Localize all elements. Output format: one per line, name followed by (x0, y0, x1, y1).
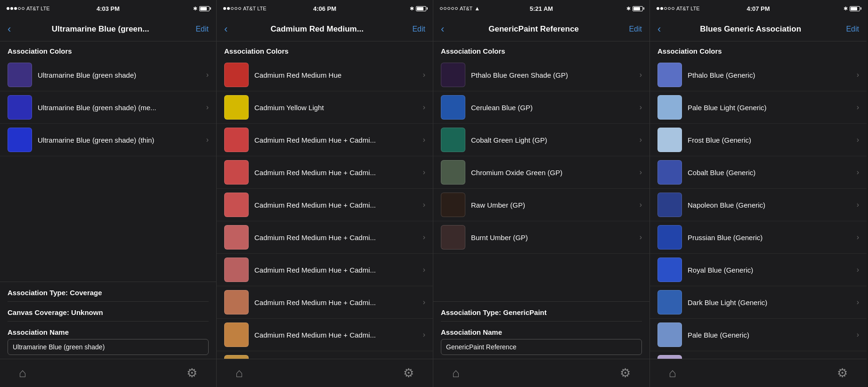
settings-icon-4[interactable]: ⚙ (837, 366, 848, 380)
color-name-4-5: Prussian Blue (Generic) (688, 234, 854, 242)
color-item-2-6[interactable]: Cadmium Red Medium Hue + Cadmi... › (217, 254, 433, 286)
assoc-name-input-1[interactable] (8, 339, 209, 355)
assoc-name-input-3[interactable] (441, 339, 642, 355)
s4-dot5 (672, 7, 674, 10)
color-item-4-0[interactable]: Pthalo Blue (Generic) › (650, 59, 867, 91)
chevron-2-6: › (423, 266, 425, 274)
color-swatch-3-4 (441, 193, 465, 217)
color-swatch-4-1 (657, 95, 682, 120)
color-item-2-5[interactable]: Cadmium Red Medium Hue + Cadmi... › (217, 221, 433, 254)
nav-bar-4: ‹ Blues Generic Association Edit (650, 17, 867, 41)
color-item-4-2[interactable]: Frost Blue (Generic) › (650, 124, 867, 156)
chevron-3-1: › (640, 103, 642, 112)
assoc-type-3: Association Type: GenericPaint (441, 304, 642, 319)
back-button-3[interactable]: ‹ (441, 23, 444, 35)
color-item-3-1[interactable]: Cerulean Blue (GP) › (433, 91, 649, 124)
color-item-2-0[interactable]: Cadmium Red Medium Hue › (217, 59, 433, 91)
settings-icon-1[interactable]: ⚙ (187, 366, 197, 380)
edit-button-2[interactable]: Edit (406, 25, 425, 33)
settings-icon-3[interactable]: ⚙ (620, 366, 631, 380)
color-swatch-4-5 (657, 225, 682, 250)
status-bar-3: AT&T ▲ 5:21 AM ✱ (433, 0, 649, 17)
color-swatch-2-6 (224, 258, 249, 282)
chevron-4-7: › (857, 298, 859, 306)
edit-button-1[interactable]: Edit (190, 25, 209, 33)
color-item-1-0[interactable]: Ultramarine Blue (green shade) › (0, 59, 216, 91)
home-icon-1[interactable]: ⌂ (19, 366, 26, 380)
settings-icon-2[interactable]: ⚙ (403, 366, 414, 380)
status-left-1: AT&T LTE (7, 6, 50, 11)
bluetooth-icon-4: ✱ (844, 6, 848, 12)
home-icon-4[interactable]: ⌂ (669, 366, 676, 380)
home-icon-2[interactable]: ⌂ (235, 366, 243, 380)
color-item-4-6[interactable]: Royal Blue (Generic) › (650, 254, 867, 286)
color-item-4-7[interactable]: Dark Blue Light (Generic) › (650, 286, 867, 319)
status-left-3: AT&T ▲ (440, 5, 480, 12)
dot5 (22, 7, 24, 10)
color-item-4-1[interactable]: Pale Blue Light (Generic) › (650, 91, 867, 124)
carrier-3: AT&T (460, 6, 472, 11)
chevron-4-8: › (857, 331, 859, 339)
color-name-2-4: Cadmium Red Medium Hue + Cadmi... (254, 201, 420, 209)
color-item-4-9[interactable]: Mauve Shadow (Generic) › (650, 351, 867, 359)
phone-screen-2: AT&T LTE 4:06 PM ✱ ‹ Cadmium Red Medium.… (217, 0, 433, 387)
s2-dot4 (235, 7, 237, 10)
color-swatch-2-8 (224, 322, 249, 347)
back-button-4[interactable]: ‹ (657, 23, 661, 35)
tab-bar-1: ⌂ ⚙ (0, 359, 216, 387)
color-item-4-8[interactable]: Pale Blue (Generic) › (650, 319, 867, 351)
color-item-2-3[interactable]: Cadmium Red Medium Hue + Cadmi... › (217, 156, 433, 189)
edit-button-3[interactable]: Edit (623, 25, 642, 33)
color-name-2-0: Cadmium Red Medium Hue (254, 71, 420, 79)
color-list-4: Pthalo Blue (Generic) › Pale Blue Light … (650, 59, 867, 359)
s3-dot4 (451, 7, 454, 10)
status-right-2: ✱ (410, 6, 426, 12)
color-swatch-3-5 (441, 225, 465, 250)
back-button-1[interactable]: ‹ (8, 23, 11, 35)
color-name-3-5: Burnt Umber (GP) (471, 234, 637, 242)
color-item-2-2[interactable]: Cadmium Red Medium Hue + Cadmi... › (217, 124, 433, 156)
color-item-2-8[interactable]: Cadmium Red Medium Hue + Cadmi... › (217, 319, 433, 351)
dot3 (14, 7, 17, 10)
home-icon-3[interactable]: ⌂ (452, 366, 460, 380)
color-item-3-5[interactable]: Burnt Umber (GP) › (433, 221, 649, 254)
signal-dots-2 (223, 7, 241, 10)
s4-dot2 (660, 7, 663, 10)
signal-dots-4 (657, 7, 674, 10)
color-item-3-0[interactable]: Pthalo Blue Green Shade (GP) › (433, 59, 649, 91)
color-item-3-3[interactable]: Chromium Oxide Green (GP) › (433, 156, 649, 189)
color-swatch-2-0 (224, 63, 249, 87)
color-name-1-1: Ultramarine Blue (green shade) (me... (38, 104, 203, 112)
color-item-4-3[interactable]: Cobalt Blue (Generic) › (650, 156, 867, 189)
color-swatch-4-4 (657, 193, 682, 217)
color-name-3-3: Chromium Oxide Green (GP) (471, 169, 637, 177)
status-right-4: ✱ (844, 6, 860, 12)
color-swatch-2-7 (224, 290, 249, 314)
color-item-1-1[interactable]: Ultramarine Blue (green shade) (me... › (0, 91, 216, 124)
color-item-4-5[interactable]: Prussian Blue (Generic) › (650, 221, 867, 254)
color-item-3-4[interactable]: Raw Umber (GP) › (433, 189, 649, 221)
color-item-4-4[interactable]: Napoleon Blue (Generic) › (650, 189, 867, 221)
back-button-2[interactable]: ‹ (224, 23, 227, 35)
color-item-2-7[interactable]: Cadmium Red Medium Hue + Cadmi... › (217, 286, 433, 319)
battery-1 (199, 6, 210, 11)
chevron-1-2: › (206, 136, 209, 144)
color-name-3-1: Cerulean Blue (GP) (471, 104, 637, 112)
color-item-1-2[interactable]: Ultramarine Blue (green shade) (thin) › (0, 124, 216, 156)
color-name-3-0: Pthalo Blue Green Shade (GP) (471, 71, 637, 79)
color-name-2-8: Cadmium Red Medium Hue + Cadmi... (254, 331, 420, 339)
chevron-3-5: › (640, 233, 642, 242)
color-item-2-9[interactable]: Cadmium Red Medium Hue + Cadmi... › (217, 351, 433, 359)
color-name-4-2: Frost Blue (Generic) (688, 136, 854, 144)
chevron-2-4: › (423, 201, 425, 209)
chevron-4-0: › (857, 71, 859, 79)
color-item-3-2[interactable]: Cobalt Green Light (GP) › (433, 124, 649, 156)
edit-button-4[interactable]: Edit (840, 25, 859, 33)
nav-bar-1: ‹ Ultramarine Blue (green... Edit (0, 17, 216, 41)
color-item-2-1[interactable]: Cadmium Yellow Light › (217, 91, 433, 124)
color-item-2-4[interactable]: Cadmium Red Medium Hue + Cadmi... › (217, 189, 433, 221)
color-swatch-2-1 (224, 95, 249, 120)
dot4 (18, 7, 21, 10)
chevron-4-4: › (857, 201, 859, 209)
battery-fill-3 (633, 7, 640, 10)
